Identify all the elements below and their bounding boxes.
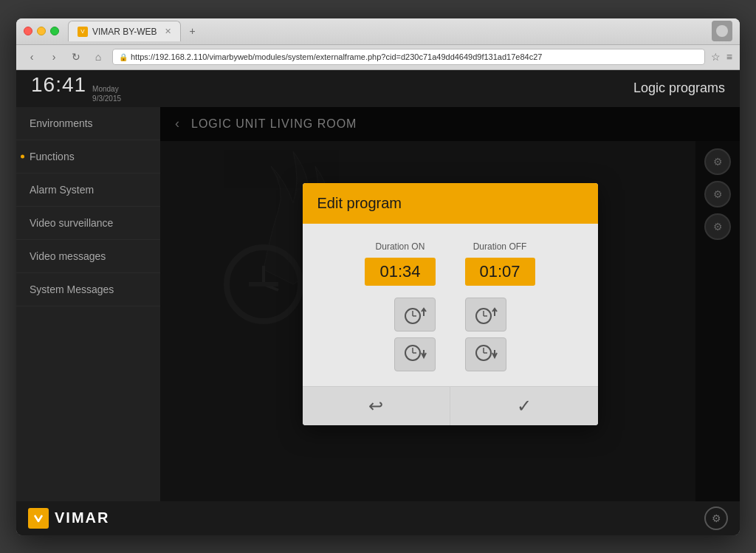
confirm-icon: ✓ (517, 396, 532, 416)
duration-on-increase-button[interactable] (394, 298, 436, 332)
duration-off-decrease-button[interactable] (465, 337, 506, 371)
close-button[interactable] (24, 27, 32, 35)
maximize-button[interactable] (50, 27, 59, 35)
modal-header: Edit program (303, 183, 598, 224)
app-header: 16:41 Monday 9/3/2015 Logic programs (16, 70, 740, 107)
back-button[interactable]: ‹ (24, 49, 40, 65)
sidebar-dot-functions (21, 154, 24, 158)
clock-up-icon-2 (472, 304, 499, 325)
tab-title: VIMAR BY-WEB (92, 27, 157, 37)
url-bar[interactable]: 🔒 https://192.168.2.110/vimarbyweb/modul… (112, 49, 705, 65)
duration-row: Duration ON 01:34 Duration OFF 01:07 (317, 241, 583, 286)
ctrl-row-down (317, 337, 583, 371)
edit-program-modal: Edit program Duration ON 01:34 (303, 183, 598, 425)
sidebar-label-system-messages: System Messages (30, 284, 114, 295)
url-text: https://192.168.2.110/vimarbyweb/modules… (131, 52, 542, 61)
reload-button[interactable]: ↻ (68, 49, 84, 65)
ctrl-row-up (317, 298, 583, 332)
duration-off-increase-button[interactable] (465, 298, 506, 332)
vimar-logo: VIMAR (28, 508, 109, 529)
duration-on-decrease-button[interactable] (394, 337, 436, 371)
duration-off-label: Duration OFF (473, 241, 527, 252)
app-bottom-bar: VIMAR ⚙ (16, 501, 740, 535)
section-title: Logic programs (633, 80, 725, 96)
sidebar-item-environments[interactable]: Environments (16, 107, 160, 140)
sidebar: Environments Functions Alarm System Vide… (16, 107, 160, 501)
modal-overlay: Edit program Duration ON 01:34 (160, 107, 740, 501)
sidebar-item-video-surveillance[interactable]: Video surveillance (16, 207, 160, 240)
settings-gear-icon[interactable]: ⚙ (704, 506, 728, 530)
clock-up-icon (402, 304, 428, 325)
confirm-button[interactable]: ✓ (450, 387, 598, 425)
address-bar: ‹ › ↻ ⌂ 🔒 https://192.168.2.110/vimarbyw… (16, 45, 740, 70)
time-display: 16:41 Monday 9/3/2015 (31, 73, 121, 103)
new-tab-button[interactable]: + (184, 22, 202, 40)
content-area: ‹ LOGIC UNIT LIVING ROOM ⚙ ⚙ ⚙ Edit prog… (160, 107, 740, 501)
sidebar-item-system-messages[interactable]: System Messages (16, 273, 160, 306)
cancel-button[interactable]: ↩ (303, 387, 450, 425)
modal-title: Edit program (317, 195, 402, 211)
user-icon[interactable] (712, 21, 732, 41)
duration-on-label: Duration ON (376, 241, 425, 252)
bookmark-icon[interactable]: ☆ (711, 51, 721, 63)
traffic-lights (24, 27, 59, 35)
sidebar-label-video-messages: Video messages (30, 250, 106, 262)
modal-footer: ↩ ✓ (303, 386, 598, 425)
forward-button[interactable]: › (46, 49, 62, 65)
date-info: Monday 9/3/2015 (92, 84, 121, 103)
minimize-button[interactable] (37, 27, 46, 35)
duration-on-column: Duration ON 01:34 (365, 241, 435, 286)
sidebar-item-alarm[interactable]: Alarm System (16, 174, 160, 207)
app-content: 16:41 Monday 9/3/2015 Logic programs Env… (16, 70, 740, 535)
vimar-brand-text: VIMAR (55, 509, 109, 526)
menu-icon[interactable]: ≡ (726, 51, 732, 63)
sidebar-label-functions: Functions (30, 151, 75, 162)
sidebar-label-environments: Environments (30, 117, 93, 129)
sidebar-label-alarm: Alarm System (30, 184, 94, 196)
tab-close-button[interactable]: ✕ (165, 27, 171, 36)
duration-off-value: 01:07 (465, 258, 535, 286)
day-label: Monday (92, 84, 121, 94)
duration-off-column: Duration OFF 01:07 (465, 241, 535, 286)
sidebar-item-video-messages[interactable]: Video messages (16, 240, 160, 273)
svg-rect-20 (32, 512, 44, 524)
duration-on-value: 01:34 (365, 258, 435, 286)
date-label: 9/3/2015 (92, 94, 121, 103)
cancel-icon: ↩ (368, 396, 383, 416)
sidebar-label-video-surveillance: Video surveillance (30, 217, 113, 229)
sidebar-item-functions[interactable]: Functions (16, 140, 160, 174)
clock-down-icon (402, 344, 428, 365)
current-time: 16:41 (31, 73, 86, 97)
active-tab[interactable]: V VIMAR BY-WEB ✕ (68, 21, 181, 41)
main-layout: Environments Functions Alarm System Vide… (16, 107, 740, 501)
modal-body: Duration ON 01:34 Duration OFF 01:07 (303, 224, 598, 386)
home-button[interactable]: ⌂ (90, 49, 106, 65)
user-avatar (716, 25, 728, 37)
clock-down-icon-2 (472, 344, 499, 365)
tab-favicon: V (78, 27, 88, 37)
ssl-icon: 🔒 (119, 53, 128, 61)
tab-area: V VIMAR BY-WEB ✕ + (68, 21, 712, 41)
title-bar: V VIMAR BY-WEB ✕ + (16, 18, 740, 45)
vimar-icon (28, 508, 49, 529)
vimar-logo-icon (32, 512, 45, 525)
